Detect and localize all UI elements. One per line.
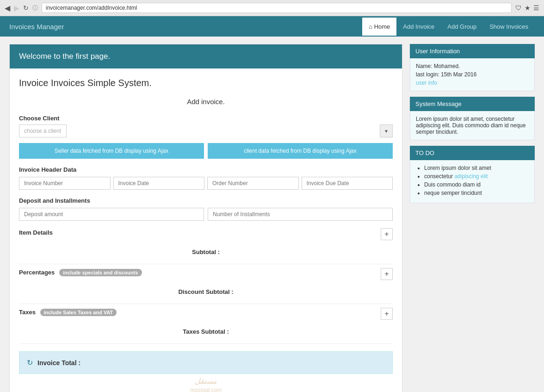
forward-button[interactable]: ▶ bbox=[14, 4, 19, 12]
nav-add-invoice[interactable]: Add Invoice bbox=[396, 18, 441, 36]
add-percentage-button[interactable]: + bbox=[381, 268, 393, 280]
percentages-label: Percentages include specials and discoun… bbox=[19, 269, 381, 276]
last-login-value: 15th Mar 2016 bbox=[441, 71, 476, 78]
taxes-badge: include Sales Taxes and VAT bbox=[40, 309, 117, 316]
list-item: consectetur adipiscing elit bbox=[424, 173, 529, 180]
menu-icon[interactable]: ☰ bbox=[533, 4, 539, 12]
adipiscing-link[interactable]: adipiscing elit bbox=[454, 173, 488, 180]
choose-client-label: Choose Client bbox=[19, 115, 393, 122]
invoice-due-date-input[interactable] bbox=[302, 177, 393, 190]
add-tax-button[interactable]: + bbox=[381, 308, 393, 320]
nav-add-group[interactable]: Add Group bbox=[441, 18, 483, 36]
divider-2 bbox=[19, 304, 393, 304]
seller-ajax-button[interactable]: Seller data fetched from DB display usin… bbox=[19, 143, 204, 159]
star-icon[interactable]: ★ bbox=[525, 4, 531, 12]
navbar-brand: Invoices Manager bbox=[9, 23, 64, 31]
add-invoice-title: Add invoice. bbox=[19, 98, 393, 106]
percentages-badge: include specials and discounts bbox=[59, 269, 142, 276]
page-subtitle: Invoice Invoices Simple System. bbox=[19, 78, 393, 88]
user-info-link[interactable]: user info bbox=[416, 80, 529, 86]
home-icon: ⌂ bbox=[369, 23, 374, 30]
todo-header: TO DO bbox=[410, 146, 535, 160]
invoice-total-box: ↻ Invoice Total : bbox=[19, 351, 393, 374]
user-info-body: Name: Mohamed. last login: 15th Mar 2016… bbox=[410, 58, 535, 91]
shield-icon: 🛡 bbox=[515, 4, 522, 12]
system-message-header: System Message bbox=[410, 97, 535, 111]
url-bar[interactable]: invoicemanager.com/addInvoice.html bbox=[42, 3, 512, 13]
nav-home[interactable]: ⌂ Home bbox=[362, 18, 396, 36]
name-label: Name: bbox=[416, 63, 432, 69]
choose-client-select[interactable]: choose a client bbox=[19, 124, 67, 137]
navbar-links: ⌂ Home Add Invoice Add Group Show Invoic… bbox=[362, 18, 535, 36]
client-ajax-button[interactable]: client data fetched from DB display usin… bbox=[208, 143, 393, 159]
list-item: Duis commodo diam id bbox=[424, 181, 529, 188]
choose-client-wrapper: choose a client ▼ bbox=[19, 124, 393, 137]
item-details-label: Item Details bbox=[19, 229, 381, 236]
navbar: Invoices Manager ⌂ Home Add Invoice Add … bbox=[0, 16, 544, 37]
invoice-date-input[interactable] bbox=[113, 177, 205, 190]
divider-3 bbox=[19, 343, 393, 344]
back-button[interactable]: ◀ bbox=[5, 4, 10, 12]
divider-1 bbox=[19, 264, 393, 264]
invoice-header-label: Invoice Header Data bbox=[19, 166, 393, 173]
user-name-line: Name: Mohamed. bbox=[416, 63, 529, 69]
add-item-button[interactable]: + bbox=[381, 228, 393, 240]
nav-show-invoices[interactable]: Show Invoices bbox=[483, 18, 535, 36]
item-details-section-header: Item Details + bbox=[19, 228, 393, 240]
todo-body: Lorem ipsum dolor sit amet consectetur a… bbox=[410, 160, 535, 203]
installments-input[interactable] bbox=[208, 208, 393, 221]
content-body: Invoice Invoices Simple System. Add invo… bbox=[10, 68, 402, 392]
invoice-header-row bbox=[19, 177, 393, 190]
user-info-section: User Information Name: Mohamed. last log… bbox=[410, 44, 535, 91]
last-login-line: last login: 15th Mar 2016 bbox=[416, 71, 529, 78]
list-item: neque semper tincidunt bbox=[424, 190, 529, 196]
watermark: مستقلmostaql.com bbox=[19, 377, 393, 392]
name-value: Mohamed. bbox=[434, 63, 460, 69]
taxes-label: Taxes include Sales Taxes and VAT bbox=[19, 309, 381, 316]
percentages-section-header: Percentages include specials and discoun… bbox=[19, 268, 393, 280]
invoice-total-refresh-icon[interactable]: ↻ bbox=[27, 358, 33, 367]
deposit-amount-input[interactable] bbox=[19, 208, 204, 221]
taxes-subtotal-line: Taxes Subtotal : bbox=[19, 324, 393, 340]
user-info-header: User Information bbox=[410, 44, 535, 58]
discount-subtotal-line: Discount Subtotal : bbox=[19, 284, 393, 300]
taxes-section-header: Taxes include Sales Taxes and VAT + bbox=[19, 308, 393, 320]
invoice-number-input[interactable] bbox=[19, 177, 111, 190]
sidebar: User Information Name: Mohamed. last log… bbox=[410, 44, 535, 392]
browser-chrome: ◀ ▶ ↻ ⓘ invoicemanager.com/addInvoice.ht… bbox=[0, 0, 544, 16]
todo-list: Lorem ipsum dolor sit amet consectetur a… bbox=[416, 165, 529, 196]
system-message-body: Lorem ipsum dolor sit amet, consectetur … bbox=[410, 111, 535, 140]
invoice-total-label: Invoice Total : bbox=[37, 359, 80, 367]
content-panel: Welcome to the first page. Invoice Invoi… bbox=[9, 44, 402, 392]
main-container: Welcome to the first page. Invoice Invoi… bbox=[0, 37, 544, 392]
info-icon: ⓘ bbox=[32, 4, 38, 12]
subtotal-line: Subtotal : bbox=[19, 244, 393, 260]
choose-client-row: choose a client ▼ bbox=[19, 124, 393, 137]
deposit-row bbox=[19, 208, 393, 221]
system-message-section: System Message Lorem ipsum dolor sit ame… bbox=[410, 97, 535, 140]
todo-section: TO DO Lorem ipsum dolor sit amet consect… bbox=[410, 146, 535, 203]
select-arrow-icon[interactable]: ▼ bbox=[380, 124, 393, 137]
order-number-input[interactable] bbox=[207, 177, 299, 190]
content-header: Welcome to the first page. bbox=[10, 44, 402, 68]
system-message-text: Lorem ipsum dolor sit amet, consectetur … bbox=[416, 116, 525, 135]
browser-extension-icons: 🛡 ★ ☰ bbox=[515, 4, 539, 12]
ajax-buttons: Seller data fetched from DB display usin… bbox=[19, 143, 393, 159]
deposit-label: Deposit and Installments bbox=[19, 197, 393, 204]
list-item: Lorem ipsum dolor sit amet bbox=[424, 165, 529, 171]
last-login-label: last login: bbox=[416, 71, 439, 78]
reload-button[interactable]: ↻ bbox=[23, 4, 29, 12]
